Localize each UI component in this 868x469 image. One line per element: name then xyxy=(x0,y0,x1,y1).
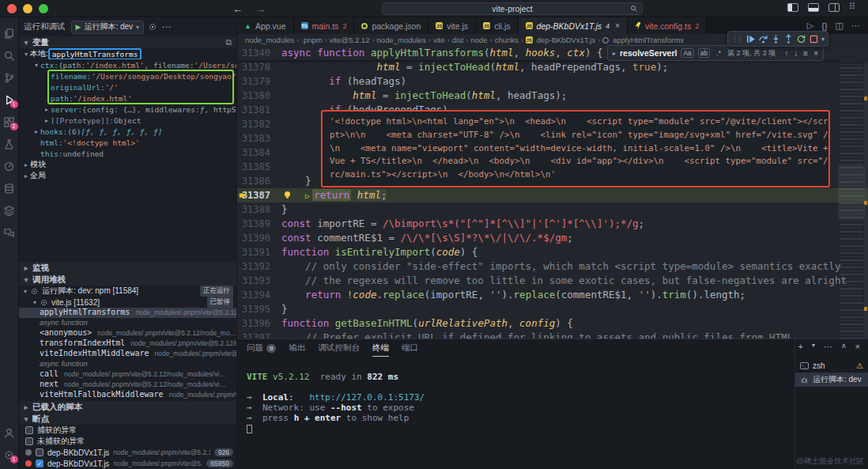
tab-package.json[interactable]: package.json xyxy=(354,17,428,34)
variable-row[interactable]: path: '/index.html' xyxy=(19,93,236,104)
breakpoint-row[interactable]: 未捕获的异常 xyxy=(19,436,236,447)
breadcrumb-item[interactable]: applyHtmlTransforms xyxy=(613,36,684,44)
activity-item-source-control[interactable] xyxy=(0,66,19,89)
tab-cli.js[interactable]: JScli.js xyxy=(476,17,518,34)
callstack-frame[interactable]: transformIndexHtmlnode_modules/.pnpm/vit… xyxy=(19,339,236,349)
tab-main.ts[interactable]: TSmain.ts2 xyxy=(294,17,355,34)
code-line[interactable]: 31391function isEntirelyImport(code) { xyxy=(237,245,868,259)
maximize-window-button[interactable] xyxy=(39,4,48,13)
panel-tab-输出[interactable]: 输出 xyxy=(289,339,305,357)
toggle-replace-icon[interactable]: ▸ xyxy=(613,50,616,57)
activity-item-layers[interactable] xyxy=(0,199,19,221)
close-icon[interactable]: × xyxy=(813,49,818,58)
terminal-list-item-运行脚本: dev[interactable]: 运行脚本: dev xyxy=(795,373,868,387)
breakpoints-section-header[interactable]: ▾ 断点 xyxy=(19,413,236,425)
code-line[interactable]: 31387 ▷return html; xyxy=(237,188,868,202)
breadcrumb-item[interactable]: node xyxy=(471,36,488,44)
code-line[interactable]: 31379 if (headTags) xyxy=(237,74,868,89)
more-actions-icon[interactable]: ⋯ xyxy=(851,21,860,31)
variable-row[interactable]: ▸全局 xyxy=(19,170,236,181)
launch-profile-chevron-icon[interactable]: ▾ xyxy=(812,342,815,352)
activity-item-search[interactable] xyxy=(0,44,19,66)
continue-button[interactable] xyxy=(745,34,756,44)
symbols-icon[interactable]: {} xyxy=(821,21,827,31)
terminal-list-item-zsh[interactable]: >_zsh⚠ xyxy=(795,358,868,373)
breakpoint-row[interactable]: 捕获的异常 xyxy=(19,425,236,436)
step-over-button[interactable] xyxy=(758,34,768,44)
breadcrumb-item[interactable]: chunks xyxy=(495,36,519,44)
next-match-icon[interactable]: ↓ xyxy=(794,49,798,58)
breadcrumb-item[interactable]: dep-BKbDVx1T.js xyxy=(537,36,595,44)
breadcrumb-item[interactable]: dist xyxy=(452,36,464,44)
code-line[interactable]: 31380 html = injectToHead(html, headTags… xyxy=(237,89,868,103)
callstack-session[interactable]: ▾运行脚本: dev: npm [11584]正在运行 xyxy=(19,286,236,297)
activity-item-testing[interactable] xyxy=(0,133,19,155)
variable-row[interactable]: html: '<!doctype html>' xyxy=(19,137,236,148)
activity-item-account[interactable] xyxy=(0,422,19,444)
find-input[interactable]: resolveServerl xyxy=(620,48,677,58)
panel-tab-终端[interactable]: 终端 xyxy=(372,339,389,357)
activity-item-profiler[interactable] xyxy=(0,155,19,177)
toggle-sidebar-icon[interactable] xyxy=(787,3,798,12)
breakpoint-checkbox[interactable] xyxy=(36,448,43,456)
stop-button[interactable] xyxy=(809,34,819,44)
code-line[interactable]: 31395} xyxy=(237,302,868,316)
activity-item-explorer[interactable] xyxy=(0,22,19,44)
minimap[interactable] xyxy=(840,46,863,339)
minimize-window-button[interactable] xyxy=(23,4,32,13)
variable-row[interactable]: ▾本地: applyHtmlTransforms xyxy=(19,48,236,59)
variable-row[interactable]: filename: '/Users/songyao/Desktop/songya… xyxy=(19,70,236,81)
forward-icon[interactable]: → xyxy=(255,3,266,15)
watch-section-header[interactable]: ▸ 监视 xyxy=(19,262,236,274)
breadcrumb-item[interactable]: vite@5.2.12 xyxy=(330,36,370,44)
editor-scrollbar[interactable] xyxy=(864,46,868,339)
variable-row[interactable]: ▸模块 xyxy=(19,159,236,170)
code-line[interactable]: 31397 // Prefer explicit URL if defined … xyxy=(237,331,868,339)
panel-tab-调试控制台[interactable]: 调试控制台 xyxy=(318,339,360,357)
tab-dep-BKbDVx1T.js[interactable]: JSdep-BKbDVx1T.js4× xyxy=(519,17,628,34)
command-center-search[interactable]: vite-project xyxy=(382,2,643,15)
terminal-output[interactable]: VITE v5.2.12 ready in 822 ms→ Local: htt… xyxy=(237,357,794,469)
breakpoint-row[interactable]: ✓dep-BKbDVx1T.jsnode_modules/.pnpm/vite@… xyxy=(19,458,236,469)
panel-tab-问题[interactable]: 问题9 xyxy=(247,339,276,357)
variable-row[interactable]: ▾ctx: {path: '/index.html', filename: '/… xyxy=(19,59,236,70)
tab-App.vue[interactable]: ▲App.vue xyxy=(237,17,294,34)
step-out-button[interactable] xyxy=(783,34,794,44)
close-panel-icon[interactable]: × xyxy=(855,342,860,352)
callstack-frame[interactable]: <anonymous>node_modules/.pnpm/vite@5.2.1… xyxy=(19,328,236,339)
code-line[interactable]: 31390const commentRE$1 = /\/\*[\s\S]*?\*… xyxy=(237,231,868,245)
activity-item-comments[interactable] xyxy=(0,221,19,244)
variable-row[interactable]: originalUrl: '/' xyxy=(19,81,236,93)
lightbulb-icon[interactable] xyxy=(284,191,291,199)
match-case-toggle[interactable]: Aa xyxy=(681,48,693,58)
code-line[interactable]: 31388} xyxy=(237,202,868,217)
variable-row[interactable]: ▸hooks: (6) [ƒ, ƒ, ƒ, ƒ, ƒ, ƒ] xyxy=(19,126,236,137)
activity-item-run-debug[interactable]: 1 xyxy=(0,89,19,111)
callstack-frame[interactable]: viteIndexHtmlMiddlewarenode_modules/.pnp… xyxy=(19,349,236,359)
close-window-button[interactable] xyxy=(7,4,17,13)
breakpoint-row[interactable]: dep-BKbDVx1T.jsnode_modules/.pnpm/vite@5… xyxy=(19,447,236,458)
run-icon[interactable]: ▷ xyxy=(807,21,813,31)
variable-row[interactable]: ▸[[Prototype]]: Object xyxy=(19,115,236,126)
back-icon[interactable]: ← xyxy=(232,3,243,15)
debug-config-dropdown[interactable]: ▶ 运行脚本: dev ▾ xyxy=(71,21,145,34)
copy-value-icon[interactable]: ⧉ xyxy=(226,37,232,47)
callstack-frame[interactable]: viteHtmlFallbackMiddlewarenode_modules/.… xyxy=(19,390,236,400)
loaded-scripts-section-header[interactable]: ▸ 已载入的脚本 xyxy=(19,401,236,413)
breakpoint-checkbox[interactable] xyxy=(25,426,33,434)
variable-row[interactable]: ▸server: {config: {…}, middlewares: ƒ, h… xyxy=(19,104,236,115)
activity-item-extensions[interactable]: 2 xyxy=(0,111,19,133)
find-in-selection-icon[interactable]: ≡ xyxy=(803,49,808,58)
callstack-frame[interactable]: nextnode_modules/.pnpm/vite@5.2.12/node_… xyxy=(19,380,236,390)
callstack-frame[interactable]: callnode_modules/.pnpm/vite@5.2.12/node_… xyxy=(19,369,236,380)
code-editor[interactable]: 31340async function applyHtmlTransforms(… xyxy=(237,46,868,339)
minimap-slider[interactable] xyxy=(838,165,865,220)
callstack-section-header[interactable]: ▾ 调用堆栈 xyxy=(19,274,236,286)
gear-icon[interactable] xyxy=(148,22,157,32)
whole-word-toggle[interactable]: ab xyxy=(698,48,710,58)
new-terminal-icon[interactable]: + xyxy=(798,342,803,352)
customize-layout-icon[interactable] xyxy=(849,3,860,12)
restart-button[interactable] xyxy=(796,34,806,44)
breakpoint-checkbox[interactable] xyxy=(25,437,33,445)
breakpoint-checkbox[interactable]: ✓ xyxy=(36,460,43,467)
